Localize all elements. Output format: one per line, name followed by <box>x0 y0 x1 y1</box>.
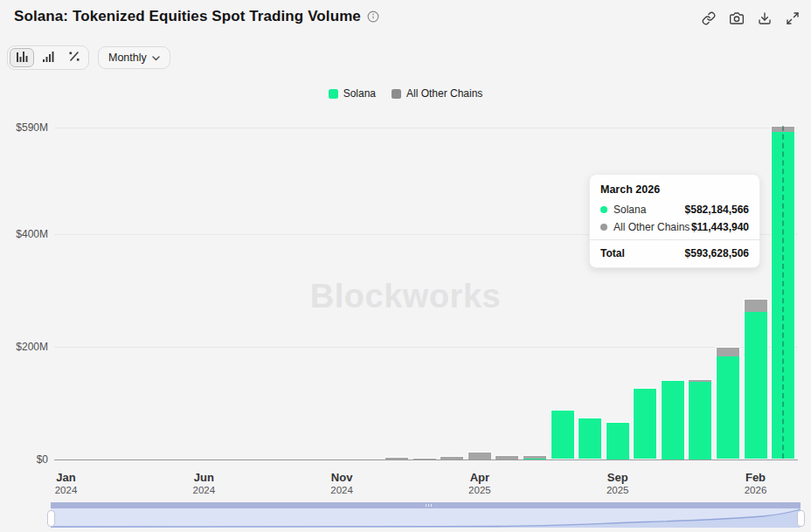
bar-feb-2025[interactable] <box>412 458 437 459</box>
info-icon[interactable] <box>367 10 379 23</box>
y-axis-tick-label: $0 <box>0 453 48 466</box>
bar-apr-2025[interactable] <box>468 452 492 459</box>
download-icon <box>758 11 772 28</box>
legend-label: All Other Chains <box>406 87 482 100</box>
bar-may-2025[interactable] <box>495 455 519 459</box>
tooltip-total-row: Total $593,628,506 <box>600 247 749 259</box>
x-axis-tick-label: Jun2024 <box>176 471 232 495</box>
navigator-left-handle[interactable] <box>47 510 55 527</box>
tooltip-row-value: $582,184,566 <box>685 204 749 216</box>
bar-segment-other-chains[interactable] <box>771 126 795 132</box>
header-actions <box>699 9 802 31</box>
x-axis-tick-label: Feb2026 <box>728 471 784 495</box>
tooltip-title: March 2026 <box>600 183 749 196</box>
bar-segment-solana[interactable] <box>606 423 630 459</box>
chart-type-switcher <box>7 45 89 70</box>
bar-jun-2025[interactable] <box>523 455 547 459</box>
bar-nov-2025[interactable] <box>661 380 685 459</box>
bar-segment-solana[interactable] <box>661 381 685 459</box>
tooltip-divider <box>590 239 759 240</box>
bar-segment-solana[interactable] <box>523 459 547 459</box>
chevron-down-icon <box>152 52 160 64</box>
legend-item-solana[interactable]: Solana <box>329 87 376 100</box>
bar-segment-other-chains[interactable] <box>551 410 575 411</box>
solana-dot-icon <box>600 206 607 213</box>
legend: SolanaAll Other Chains <box>0 87 811 100</box>
bar-segment-other-chains[interactable] <box>744 299 768 312</box>
tooltip-total-value: $593,628,506 <box>685 247 749 259</box>
x-tick-month: Sep <box>590 471 646 484</box>
bar-segment-other-chains[interactable] <box>523 455 547 459</box>
bar-oct-2025[interactable] <box>633 388 657 459</box>
bar-jul-2025[interactable] <box>551 410 575 459</box>
share-link-button[interactable] <box>699 9 718 31</box>
highlight-dashed-line <box>782 126 784 459</box>
bar-segment-other-chains[interactable] <box>606 422 630 423</box>
bar-jan-2026[interactable] <box>716 347 740 459</box>
y-axis-tick-label: $200M <box>0 341 48 353</box>
x-tick-month: Nov <box>314 471 370 484</box>
x-axis-tick-label: Apr2025 <box>452 471 508 495</box>
chart-type-bar-button[interactable] <box>36 48 60 67</box>
bar-segment-other-chains[interactable] <box>578 418 602 418</box>
bar-segment-other-chains[interactable] <box>688 379 712 382</box>
bar-segment-solana[interactable] <box>688 382 712 459</box>
download-button[interactable] <box>755 9 774 31</box>
tooltip-row-solana: Solana $582,184,566 <box>600 204 749 216</box>
bar-sep-2025[interactable] <box>606 422 630 459</box>
screenshot-button[interactable] <box>727 9 746 31</box>
bar-mar-2026[interactable] <box>771 126 795 459</box>
bar-aug-2025[interactable] <box>578 418 602 459</box>
tooltip-row-other-chains: All Other Chains $11,443,940 <box>600 221 749 233</box>
chart-tooltip: March 2026 Solana $582,184,566 All Other… <box>589 174 760 268</box>
x-tick-month: Jan <box>38 471 94 484</box>
legend-swatch-icon <box>392 89 401 99</box>
bar-segment-solana[interactable] <box>744 312 768 459</box>
navigator-right-handle[interactable] <box>797 510 805 527</box>
bar-segment-solana[interactable] <box>771 132 795 459</box>
tooltip-row-value: $11,443,940 <box>691 221 749 233</box>
interval-dropdown[interactable]: Monthly <box>98 46 170 69</box>
y-axis-tick-label: $400M <box>0 228 48 240</box>
bar-segment-solana[interactable] <box>551 411 575 459</box>
bar-segment-other-chains[interactable] <box>468 452 492 459</box>
x-axis-line <box>54 459 798 460</box>
chart-plot-area: Blockworks $590M$400M$200M$0Jan2024Jun20… <box>0 0 811 532</box>
ascending-bar-chart-icon <box>42 51 55 65</box>
bar-jan-2025[interactable] <box>385 457 409 459</box>
x-tick-month: Jun <box>176 471 232 484</box>
header: Solana: Tokenized Equities Spot Trading … <box>14 8 802 25</box>
grip-icon <box>426 504 432 507</box>
navigator-preview-area <box>51 508 801 528</box>
camera-icon <box>730 11 744 28</box>
bar-segment-other-chains[interactable] <box>440 456 464 459</box>
chart-widget: Solana: Tokenized Equities Spot Trading … <box>0 0 811 532</box>
bar-segment-other-chains[interactable] <box>633 388 657 390</box>
bar-segment-other-chains[interactable] <box>661 380 685 381</box>
range-navigator[interactable] <box>51 502 801 529</box>
x-tick-year: 2025 <box>590 485 646 495</box>
bar-segment-other-chains[interactable] <box>716 347 740 356</box>
bar-dec-2025[interactable] <box>688 379 712 459</box>
gridline <box>54 347 798 348</box>
bar-segment-other-chains[interactable] <box>385 457 409 459</box>
x-tick-year: 2024 <box>38 485 94 495</box>
fullscreen-button[interactable] <box>783 9 802 31</box>
legend-item-all-other-chains[interactable]: All Other Chains <box>392 87 482 100</box>
bar-segment-other-chains[interactable] <box>495 455 519 459</box>
bar-feb-2026[interactable] <box>744 299 768 459</box>
bar-segment-solana[interactable] <box>578 418 602 459</box>
chart-type-percent-button[interactable] <box>62 48 87 67</box>
bar-mar-2025[interactable] <box>440 456 464 459</box>
bar-segment-other-chains[interactable] <box>412 458 437 459</box>
link-icon <box>702 11 716 28</box>
expand-icon <box>786 11 800 28</box>
bar-segment-solana[interactable] <box>633 389 657 459</box>
x-tick-month: Feb <box>728 471 784 484</box>
tooltip-row-label: Solana <box>613 204 646 216</box>
percent-icon <box>68 51 80 65</box>
chart-type-stacked-bar-button[interactable] <box>10 48 34 67</box>
bar-segment-solana[interactable] <box>716 356 740 459</box>
interval-dropdown-label: Monthly <box>108 52 147 64</box>
navigator-selected-range-bar[interactable] <box>51 502 801 508</box>
